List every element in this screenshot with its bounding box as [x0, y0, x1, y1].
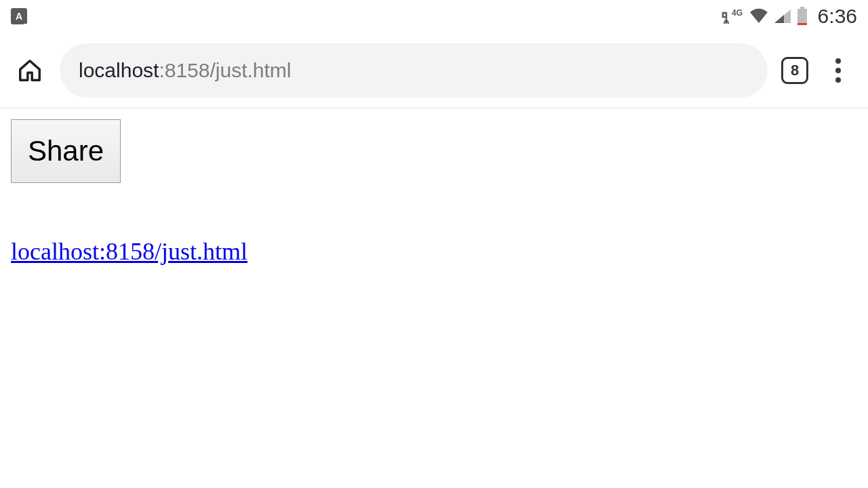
status-bar: A 4G 6:36: [0, 0, 868, 33]
phone-4g-icon: 4G: [722, 7, 745, 25]
status-left: A: [11, 8, 27, 24]
tabs-button[interactable]: 8: [781, 57, 808, 84]
share-button[interactable]: Share: [11, 119, 121, 183]
home-button[interactable]: [14, 54, 46, 87]
svg-rect-2: [797, 9, 807, 25]
page-url-link[interactable]: localhost:8158/just.html: [11, 237, 248, 266]
page-content: Share localhost:8158/just.html: [0, 108, 868, 277]
home-icon: [17, 58, 43, 83]
keyboard-app-icon: A: [11, 8, 27, 24]
tab-count: 8: [791, 62, 799, 79]
svg-text:4G: 4G: [732, 8, 743, 18]
url-path: :8158/just.html: [159, 59, 291, 82]
more-vert-icon: [835, 58, 841, 83]
svg-rect-1: [800, 7, 804, 9]
status-clock: 6:36: [818, 5, 857, 28]
url-bar[interactable]: localhost:8158/just.html: [60, 43, 768, 98]
cell-signal-icon: [773, 8, 792, 24]
browser-toolbar: localhost:8158/just.html 8: [0, 33, 868, 108]
overflow-menu-button[interactable]: [822, 54, 854, 87]
keyboard-app-letter: A: [16, 11, 22, 22]
url-host: localhost: [79, 59, 159, 82]
wifi-icon: [749, 8, 769, 24]
status-right: 4G 6:36: [722, 5, 857, 28]
svg-rect-3: [797, 23, 807, 25]
battery-icon: [796, 7, 808, 26]
